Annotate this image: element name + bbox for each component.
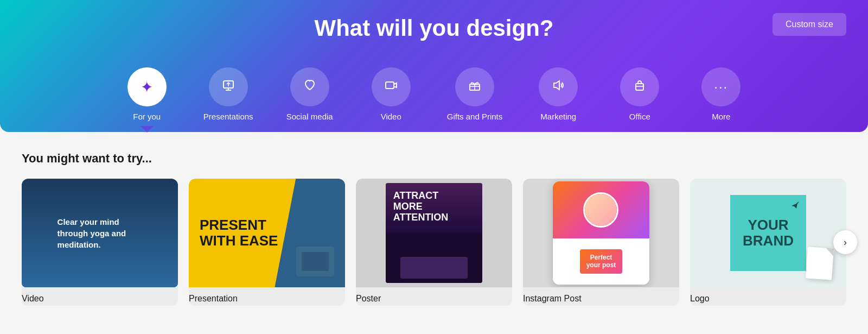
social-media-label: Social media [286,112,333,121]
main-content: You might want to try... Clear your mind… [0,132,868,327]
office-icon-wrapper [620,67,659,106]
presentations-label: Presentations [203,112,253,121]
category-office[interactable]: Office [599,59,680,132]
category-video[interactable]: Video [350,59,432,132]
card-logo-label: Logo [690,287,846,306]
video-thumb-text: Clear your mind through yoga and meditat… [47,205,154,261]
poster-text: ATTRACTMOREATTENTION [393,191,475,223]
next-button[interactable]: › [833,230,857,254]
marketing-label: Marketing [540,112,576,121]
more-icon-wrapper: ··· [701,67,741,106]
card-instagram-label: Instagram Post [523,287,679,306]
logo-paper [806,247,834,280]
logo-text: YOURBRAND [743,217,794,248]
marketing-icon [551,78,566,97]
office-icon [632,78,647,97]
card-logo[interactable]: YOURBRAND Logo [690,179,846,306]
pres-text: PRESENTWITH EASE [200,217,334,248]
thumb-logo: YOURBRAND [730,195,806,271]
video-icon-wrapper [372,67,411,106]
thumb-instagram: Perfectyour post [553,181,650,285]
card-poster-label: Poster [356,287,512,306]
banner-title: What will you design? [22,15,846,41]
cards-row: Clear your mind through yoga and meditat… [22,179,846,306]
category-social-media[interactable]: Social media [269,59,350,132]
svg-rect-4 [386,82,394,89]
more-icon: ··· [714,79,728,94]
gifts-prints-icon-wrapper [455,67,494,106]
card-presentation[interactable]: PRESENTWITH EASE Presentation [189,179,345,306]
card-presentation-image: PRESENTWITH EASE [189,179,345,287]
card-presentation-label: Presentation [189,287,345,306]
custom-size-button[interactable]: Custom size [773,13,846,36]
presentations-icon [221,78,236,97]
thumb-video: Clear your mind through yoga and meditat… [22,179,178,287]
more-label: More [712,112,730,121]
category-for-you[interactable]: ✦ For you [106,59,188,132]
for-you-icon: ✦ [141,78,153,96]
card-video[interactable]: Clear your mind through yoga and meditat… [22,179,178,306]
office-label: Office [629,112,650,121]
gifts-prints-icon [467,78,482,97]
categories-nav: ✦ For you Presentations [22,59,846,132]
card-poster[interactable]: ATTRACTMOREATTENTION Poster [356,179,512,306]
cards-wrapper: Clear your mind through yoga and meditat… [22,179,846,306]
category-marketing[interactable]: Marketing [518,59,599,132]
social-media-icon [302,78,317,97]
video-label: Video [381,112,401,121]
category-gifts-prints[interactable]: Gifts and Prints [432,59,518,132]
for-you-icon-wrapper: ✦ [127,67,167,106]
for-you-label: For you [133,112,161,121]
social-media-icon-wrapper [290,67,329,106]
card-video-image: Clear your mind through yoga and meditat… [22,179,178,287]
category-presentations[interactable]: Presentations [188,59,269,132]
category-more[interactable]: ··· More [680,59,762,132]
svg-rect-8 [636,84,643,90]
card-poster-image: ATTRACTMOREATTENTION [356,179,512,287]
gifts-prints-label: Gifts and Prints [447,112,503,121]
card-video-label: Video [22,287,178,306]
banner: What will you design? Custom size ✦ For … [0,0,868,132]
card-logo-image: YOURBRAND [690,179,846,287]
presentations-icon-wrapper [209,67,248,106]
card-instagram-image: Perfectyour post [523,179,679,287]
thumb-presentation: PRESENTWITH EASE [189,179,345,287]
section-title: You might want to try... [22,152,846,166]
ig-badge-text: Perfectyour post [580,249,623,274]
card-instagram[interactable]: Perfectyour post Instagram Post [523,179,679,306]
thumb-poster: ATTRACTMOREATTENTION [386,183,483,283]
marketing-icon-wrapper [539,67,578,106]
video-icon [384,78,399,97]
